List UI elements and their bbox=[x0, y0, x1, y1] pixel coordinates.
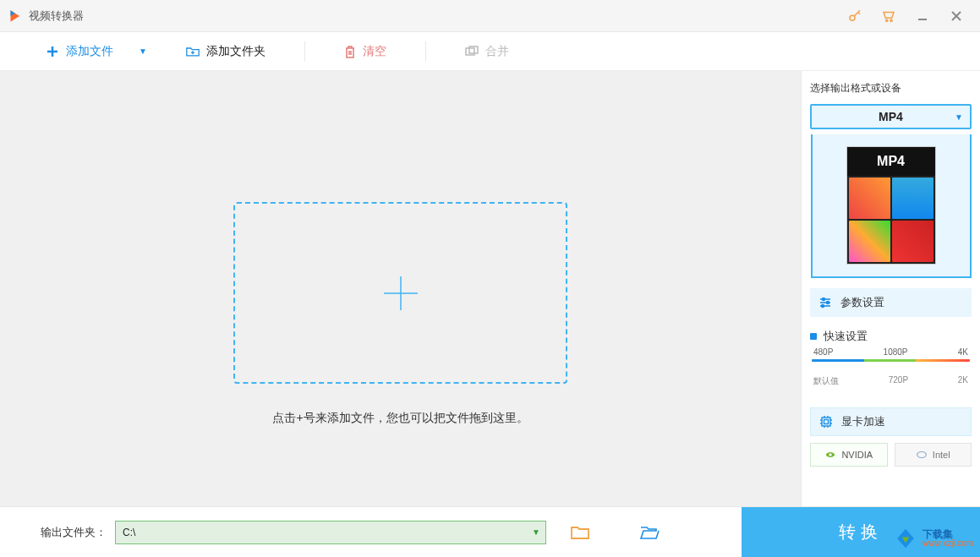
nvidia-chip[interactable]: NVIDIA bbox=[810, 443, 888, 467]
gpu-accel-button[interactable]: 显卡加速 bbox=[810, 407, 972, 436]
output-folder-dropdown-icon: ▼ bbox=[532, 527, 540, 537]
dropzone-hint: 点击+号来添加文件，您也可以把文件拖到这里。 bbox=[272, 411, 528, 426]
add-file-button[interactable]: 添加文件 bbox=[41, 41, 118, 63]
quick-settings-header: 快速设置 bbox=[810, 329, 972, 344]
scale-720p: 720P bbox=[889, 375, 908, 387]
plus-icon bbox=[380, 272, 422, 314]
clear-button[interactable]: 清空 bbox=[339, 41, 391, 63]
intel-chip[interactable]: Intel bbox=[895, 443, 972, 467]
cart-button[interactable] bbox=[872, 0, 906, 32]
parameter-settings-label: 参数设置 bbox=[840, 295, 884, 310]
svg-point-0 bbox=[850, 15, 855, 20]
open-output-folder-button[interactable] bbox=[636, 521, 663, 544]
svg-point-2 bbox=[890, 19, 892, 21]
output-folder-path: C:\ bbox=[123, 527, 135, 538]
folder-icon bbox=[570, 524, 590, 541]
bottom-bar: 输出文件夹： C:\ ▼ 转换 下载集 www.xzji.com bbox=[0, 506, 980, 557]
quick-settings-bullet-icon bbox=[810, 333, 817, 340]
center-panel: 点击+号来添加文件，您也可以把文件拖到这里。 bbox=[0, 71, 801, 506]
scale-480p: 480P bbox=[813, 347, 833, 357]
toolbar: 添加文件 ▼ 添加文件夹 清空 合并 bbox=[0, 32, 980, 71]
app-logo-icon bbox=[7, 8, 22, 24]
scale-4k: 4K bbox=[958, 347, 968, 357]
output-folder-select[interactable]: C:\ ▼ bbox=[115, 521, 546, 544]
gpu-accel-label: 显卡加速 bbox=[841, 414, 885, 429]
add-folder-button[interactable]: 添加文件夹 bbox=[181, 41, 271, 63]
license-key-button[interactable] bbox=[838, 0, 872, 32]
quality-scale[interactable]: 480P 1080P 4K 默认值 720P 2K bbox=[812, 359, 970, 387]
format-thumbnail-label: MP4 bbox=[847, 147, 935, 176]
convert-label: 转换 bbox=[839, 521, 883, 543]
svg-point-19 bbox=[827, 302, 829, 304]
chip-icon bbox=[819, 415, 833, 429]
format-dropdown-icon: ▼ bbox=[955, 112, 963, 122]
intel-label: Intel bbox=[933, 450, 950, 460]
format-name: MP4 bbox=[879, 110, 903, 123]
add-file-dropdown-icon[interactable]: ▼ bbox=[139, 46, 147, 56]
scale-track[interactable] bbox=[812, 359, 970, 362]
scale-1080p: 1080P bbox=[884, 347, 908, 357]
intel-icon bbox=[916, 449, 928, 461]
svg-point-21 bbox=[822, 305, 824, 308]
svg-point-33 bbox=[917, 452, 927, 458]
merge-button[interactable]: 合并 bbox=[460, 41, 514, 63]
title-bar: 视频转换器 bbox=[0, 0, 980, 32]
format-thumbnail-card: MP4 bbox=[846, 146, 936, 265]
svg-rect-13 bbox=[469, 46, 478, 53]
svg-point-1 bbox=[886, 19, 888, 21]
browse-folder-button[interactable] bbox=[567, 521, 594, 544]
nvidia-icon bbox=[824, 449, 836, 461]
toolbar-separator bbox=[425, 41, 426, 62]
nvidia-label: NVIDIA bbox=[841, 450, 873, 460]
toolbar-separator bbox=[304, 41, 305, 62]
svg-rect-22 bbox=[822, 418, 830, 426]
quick-settings-label: 快速设置 bbox=[824, 329, 868, 344]
main-area: 点击+号来添加文件，您也可以把文件拖到这里。 选择输出格式或设备 MP4 ▼ M… bbox=[0, 71, 980, 506]
output-format-label: 选择输出格式或设备 bbox=[810, 81, 972, 96]
convert-button[interactable]: 转换 bbox=[742, 507, 980, 558]
clear-label: 清空 bbox=[363, 44, 386, 59]
close-button[interactable] bbox=[939, 0, 973, 32]
parameter-settings-button[interactable]: 参数设置 bbox=[810, 288, 972, 317]
scale-2k: 2K bbox=[958, 375, 968, 387]
svg-rect-12 bbox=[466, 48, 474, 55]
folder-open-icon bbox=[639, 524, 660, 541]
sliders-icon bbox=[818, 296, 832, 309]
merge-label: 合并 bbox=[485, 44, 509, 59]
scale-default: 默认值 bbox=[813, 375, 839, 387]
format-selector[interactable]: MP4 ▼ bbox=[810, 104, 972, 129]
svg-point-32 bbox=[829, 453, 833, 456]
add-file-label: 添加文件 bbox=[66, 44, 113, 59]
right-panel: 选择输出格式或设备 MP4 ▼ MP4 参数设置 快速设置 480P 1080P… bbox=[801, 71, 980, 506]
add-folder-label: 添加文件夹 bbox=[206, 44, 266, 59]
svg-point-17 bbox=[823, 298, 825, 301]
minimize-button[interactable] bbox=[906, 0, 939, 32]
window-title: 视频转换器 bbox=[29, 8, 84, 24]
dropzone[interactable] bbox=[233, 202, 567, 384]
svg-rect-23 bbox=[824, 420, 829, 424]
output-folder-label: 输出文件夹： bbox=[41, 525, 107, 540]
format-thumbnail[interactable]: MP4 bbox=[811, 134, 972, 278]
